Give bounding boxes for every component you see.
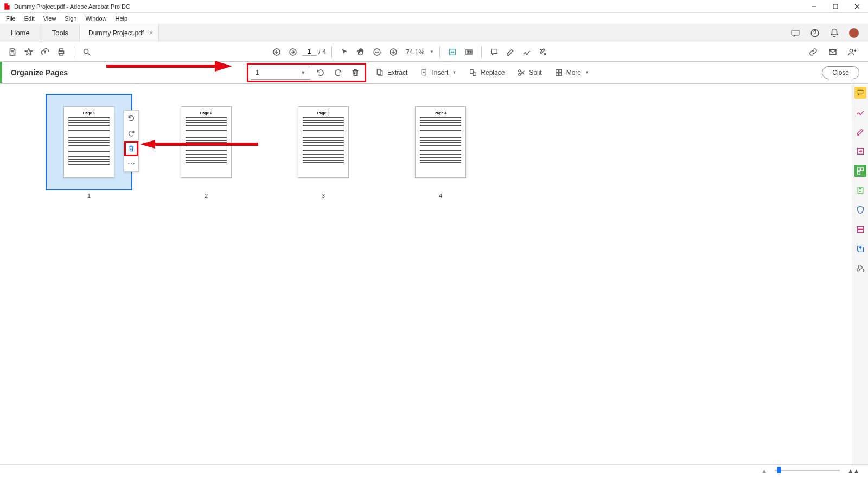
menu-file[interactable]: File [2, 14, 20, 23]
zoom-large-icon[interactable]: ▲▲ [847, 467, 859, 474]
svg-point-38 [133, 163, 135, 164]
thumbnail-page: Page 4 [415, 106, 466, 178]
tab-document[interactable]: Dummy Project.pdf × [80, 24, 159, 42]
svg-rect-31 [559, 69, 561, 72]
save-icon[interactable] [5, 45, 20, 59]
rail-comment-icon[interactable] [854, 87, 866, 99]
fit-page-icon[interactable] [462, 45, 476, 59]
rail-compress-icon[interactable] [854, 184, 866, 196]
split-label: Split [529, 69, 541, 76]
help-icon[interactable] [809, 28, 820, 38]
comment-icon[interactable] [487, 45, 501, 59]
zoom-value-label[interactable]: 74.1% [403, 48, 427, 56]
toolbar-separator [481, 46, 482, 58]
thumbnail-text-icon [68, 136, 110, 146]
rail-more-tools-icon[interactable] [854, 262, 866, 274]
more-label: More [566, 69, 581, 76]
tools-icon[interactable] [536, 45, 550, 59]
svg-rect-42 [857, 168, 860, 171]
zoom-in-icon[interactable] [386, 45, 400, 59]
highlight-icon[interactable] [503, 45, 518, 59]
thumbnail-number: 1 [87, 192, 91, 199]
organize-pages-bar: Organize Pages 1 ▼ Extract Insert ▼ Repl… [0, 62, 868, 84]
maximize-button[interactable] [825, 0, 846, 13]
thumbnail-number: 2 [205, 192, 208, 199]
menu-sign[interactable]: Sign [61, 14, 80, 23]
slider-thumb[interactable] [777, 467, 781, 473]
more-button[interactable]: More ▼ [551, 66, 592, 80]
page-number-input[interactable] [302, 48, 316, 56]
sign-tool-icon[interactable] [520, 45, 534, 59]
delete-page-toolbar-icon[interactable] [348, 66, 362, 80]
slider-track [775, 470, 840, 471]
chevron-down-icon: ▼ [452, 70, 456, 75]
extract-icon [375, 68, 385, 78]
close-window-button[interactable] [846, 0, 868, 13]
rail-redact-icon[interactable] [854, 223, 866, 235]
extract-label: Extract [387, 69, 407, 76]
rail-send-icon[interactable] [854, 243, 866, 255]
svg-rect-24 [377, 69, 381, 74]
menu-window[interactable]: Window [81, 14, 110, 23]
close-organize-button[interactable]: Close [822, 66, 859, 79]
window-title: Dummy Project.pdf - Adobe Acrobat Pro DC [14, 3, 130, 10]
rotate-cw-hover-icon[interactable] [124, 126, 138, 141]
account-avatar-icon[interactable] [848, 28, 859, 38]
page-thumbnail-2[interactable]: Page 2 2 [163, 94, 250, 199]
chevron-down-icon[interactable]: ▼ [430, 49, 434, 54]
svg-rect-32 [556, 73, 558, 75]
minimize-button[interactable] [803, 0, 825, 13]
zoom-small-icon[interactable]: ▲ [761, 467, 767, 474]
rail-protect-icon[interactable] [854, 204, 866, 216]
menu-view[interactable]: View [40, 14, 60, 23]
rail-fill-sign-icon[interactable] [854, 106, 866, 118]
delete-page-hover-icon[interactable] [124, 141, 138, 156]
right-tools-rail [852, 84, 868, 466]
next-page-icon[interactable] [286, 45, 300, 59]
menu-edit[interactable]: Edit [21, 14, 39, 23]
star-icon[interactable] [22, 45, 36, 59]
toolbar-separator [331, 46, 332, 58]
zoom-out-icon[interactable] [370, 45, 384, 59]
bell-icon[interactable] [829, 28, 840, 38]
page-thumbnail-3[interactable]: Page 3 3 [280, 94, 367, 199]
cloud-upload-icon[interactable] [38, 45, 52, 59]
extract-button[interactable]: Extract [372, 66, 411, 80]
rail-export-icon[interactable] [854, 145, 866, 157]
rail-organize-icon[interactable] [854, 165, 866, 177]
insert-button[interactable]: Insert ▼ [416, 66, 459, 80]
rail-edit-icon[interactable] [854, 126, 866, 138]
page-thumbnail-4[interactable]: Page 4 4 [397, 94, 484, 199]
replace-icon [468, 68, 478, 78]
rotate-ccw-hover-icon[interactable] [124, 111, 138, 126]
tab-close-icon[interactable]: × [149, 29, 153, 37]
thumbnail-row: Page 1 1 Page 2 [0, 84, 852, 199]
replace-button[interactable]: Replace [465, 66, 508, 80]
tab-home[interactable]: Home [0, 24, 41, 42]
link-share-icon[interactable] [806, 45, 820, 59]
print-icon[interactable] [54, 45, 68, 59]
find-icon[interactable] [80, 45, 94, 59]
rotate-ccw-icon[interactable] [314, 66, 328, 80]
menu-help[interactable]: Help [112, 14, 132, 23]
prev-page-icon[interactable] [270, 45, 284, 59]
email-icon[interactable] [826, 45, 840, 59]
main-toolbar: / 4 74.1% ▼ [0, 42, 868, 62]
rotate-cw-icon[interactable] [331, 66, 345, 80]
share-people-icon[interactable] [845, 45, 859, 59]
thumbnail-text-icon [420, 136, 461, 151]
more-hover-icon[interactable] [124, 156, 138, 171]
thumbnail-zoom-slider[interactable] [775, 470, 840, 471]
page-thumbnail-1[interactable]: Page 1 1 [46, 94, 132, 199]
hand-tool-icon[interactable] [354, 45, 368, 59]
fit-width-icon[interactable] [445, 45, 459, 59]
selection-tool-icon[interactable] [337, 45, 352, 59]
split-button[interactable]: Split [513, 66, 545, 80]
page-select-dropdown[interactable]: 1 ▼ [251, 66, 310, 80]
thumbnail-number: 4 [439, 192, 442, 199]
thumbnail-heading: Page 2 [200, 111, 213, 115]
chat-icon[interactable] [790, 28, 801, 38]
thumbnail-text-icon [303, 136, 344, 151]
tab-tools[interactable]: Tools [41, 24, 80, 42]
thumbnail-selected-frame: Page 1 [46, 94, 132, 190]
